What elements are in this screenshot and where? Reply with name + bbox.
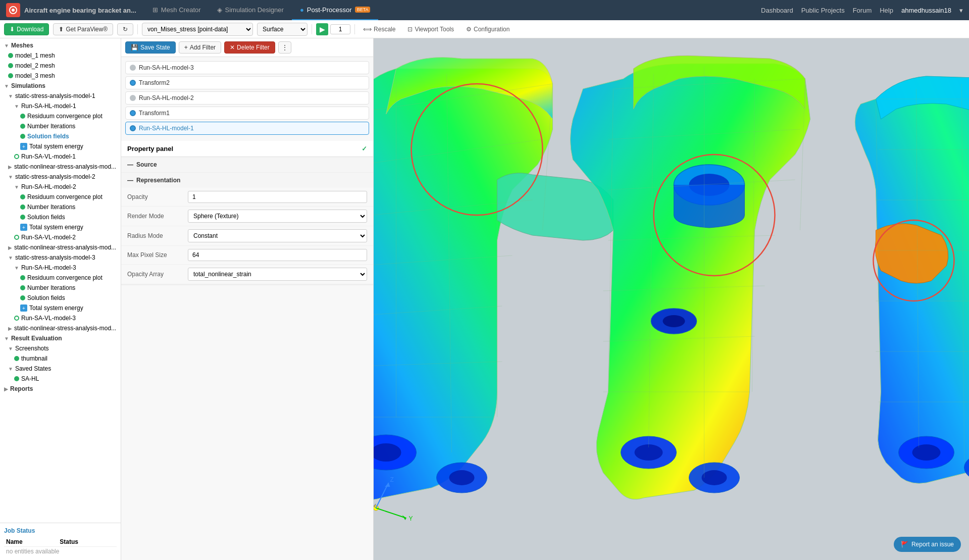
save-state-icon: 💾 (131, 44, 138, 51)
sidebar-item-run-sa-vl-2[interactable]: Run-SA-VL-model-2 (0, 232, 121, 242)
meshes-section[interactable]: ▼ Meshes (0, 40, 121, 50)
plus-dot: + (20, 224, 27, 231)
viewport-tools-button[interactable]: ⊡ Viewport Tools (403, 24, 458, 35)
main-toolbar: ⬇ Download ⬆ Get ParaView® ↻ von_Mises_s… (0, 20, 969, 38)
sidebar-item-saved-states[interactable]: ▼ Saved States (0, 364, 121, 374)
add-filter-button[interactable]: + Add Filter (179, 41, 221, 54)
rescale-button[interactable]: ⟺ Rescale (359, 24, 399, 35)
sidebar-item-run-sa-vl-3[interactable]: Run-SA-VL-model-3 (0, 313, 121, 323)
pipeline-dot (130, 65, 136, 71)
sidebar-item-sa-hl[interactable]: SA-HL (0, 374, 121, 384)
representation-selector[interactable]: Surface (257, 23, 308, 36)
save-state-button[interactable]: 💾 Save State (125, 41, 176, 54)
status-dot (8, 63, 13, 68)
tab-simulation-designer[interactable]: ◈ Simulation Designer (209, 0, 292, 20)
field-selector[interactable]: von_Mises_stress [point-data] (142, 23, 253, 36)
plus-dot: + (20, 143, 27, 150)
max-pixel-size-input[interactable] (188, 249, 367, 261)
property-panel-title: Property panel (127, 145, 173, 152)
sidebar-item-num-iter-1[interactable]: Number Iterations (0, 121, 121, 131)
sidebar-item-model1-mesh[interactable]: model_1 mesh (0, 50, 121, 61)
playback-controls: ▶ (316, 23, 350, 35)
ssa2-chevron: ▼ (8, 174, 13, 180)
get-paraview-button[interactable]: ⬆ Get ParaView® (53, 23, 113, 35)
svg-point-6 (449, 470, 475, 485)
pipeline-item-transform2[interactable]: Transform2 (125, 76, 369, 89)
separator-3 (354, 24, 355, 34)
sidebar-item-screenshots[interactable]: ▼ Screenshots (0, 343, 121, 353)
frame-input[interactable] (330, 24, 350, 34)
status-dot (20, 205, 25, 210)
representation-section-header[interactable]: — Representation (121, 173, 373, 188)
report-icon: 🚩 (901, 541, 908, 548)
pipeline-dot (130, 80, 136, 86)
refresh-button[interactable]: ↻ (117, 23, 133, 35)
add-filter-icon: + (184, 44, 188, 51)
sidebar-item-num-iter-2[interactable]: Number Iterations (0, 202, 121, 212)
sidebar-item-ssa-model-3[interactable]: ▼ static-stress-analysis-model-3 (0, 252, 121, 263)
download-button[interactable]: ⬇ Download (4, 23, 49, 35)
pipeline-item-run-sa-hl-3[interactable]: Run-SA-HL-model-3 (125, 61, 369, 74)
sidebar-item-ssa-model-2[interactable]: ▼ static-stress-analysis-model-2 (0, 172, 121, 182)
pipeline-dot (130, 95, 136, 101)
sidebar-item-total-energy-2[interactable]: + Total system energy (0, 222, 121, 232)
nav-public-projects[interactable]: Public Projects (801, 7, 845, 14)
status-dot (20, 285, 25, 290)
sidebar-item-snsa-mod-1[interactable]: ▶ static-nonlinear-stress-analysis-mod..… (0, 162, 121, 172)
tab-post-processor[interactable]: ● Post-Processor BETA (292, 0, 379, 20)
sidebar-item-snsa-mod-2[interactable]: ▶ static-nonlinear-stress-analysis-mod..… (0, 242, 121, 252)
report-issue-button[interactable]: 🚩 Report an issue (894, 537, 961, 552)
nav-help[interactable]: Help (880, 7, 893, 14)
pipeline-list: Run-SA-HL-model-3 Transform2 Run-SA-HL-m… (121, 57, 373, 141)
opacity-array-select[interactable]: total_nonlinear_strain (188, 268, 367, 281)
status-dot (14, 376, 19, 381)
nav-user-chevron: ▾ (959, 7, 963, 14)
get-paraview-icon: ⬆ (59, 26, 64, 33)
sidebar-item-run-sa-hl-3[interactable]: ▼ Run-SA-HL-model-3 (0, 263, 121, 273)
radius-mode-select[interactable]: Constant (188, 229, 367, 242)
simulations-section[interactable]: ▼ Simulations (0, 81, 121, 91)
sidebar-item-solution-fields-3[interactable]: Solution fields (0, 293, 121, 303)
nav-user[interactable]: ahmedhussain18 (901, 7, 951, 14)
tab-mesh-creator[interactable]: ⊞ Mesh Creator (144, 0, 209, 20)
svg-text:Y: Y (409, 515, 413, 522)
source-section-header[interactable]: — Source (121, 157, 373, 172)
render-mode-select[interactable]: Sphere (Texture) (188, 210, 367, 223)
sidebar-item-ssa-model-1[interactable]: ▼ static-stress-analysis-model-1 (0, 91, 121, 101)
sidebar-item-residuum-3[interactable]: Residuum convergence plot (0, 273, 121, 283)
sidebar-item-total-energy-3[interactable]: + Total system energy (0, 303, 121, 313)
reports-section[interactable]: ▶ Reports (0, 384, 121, 394)
viewport-tools-icon: ⊡ (407, 26, 413, 33)
opacity-input[interactable] (188, 191, 367, 203)
configuration-button[interactable]: ⚙ Configuration (462, 24, 514, 35)
sidebar-item-residuum-1[interactable]: Residuum convergence plot (0, 111, 121, 121)
pipeline-dot (130, 125, 136, 131)
sidebar-item-model3-mesh[interactable]: model_3 mesh (0, 71, 121, 81)
result-eval-section[interactable]: ▼ Result Evaluation (0, 333, 121, 343)
sidebar-item-solution-fields-2[interactable]: Solution fields (0, 212, 121, 222)
source-label: Source (136, 161, 157, 168)
sidebar-item-solution-fields-1[interactable]: Solution fields (0, 131, 121, 141)
sidebar-item-residuum-2[interactable]: Residuum convergence plot (0, 192, 121, 202)
job-empty-row: no entities available (4, 547, 117, 556)
sidebar-item-model2-mesh[interactable]: model_2 mesh (0, 61, 121, 71)
nav-dashboard[interactable]: Dashboard (761, 7, 793, 14)
sidebar-item-snsa-mod-3[interactable]: ▶ static-nonlinear-stress-analysis-mod..… (0, 323, 121, 333)
delete-filter-label: Delete Filter (237, 44, 270, 51)
pipeline-item-run-sa-hl-2[interactable]: Run-SA-HL-model-2 (125, 91, 369, 105)
sidebar-item-run-sa-hl-2[interactable]: ▼ Run-SA-HL-model-2 (0, 182, 121, 192)
play-button[interactable]: ▶ (316, 23, 328, 35)
sidebar-item-thumbnail[interactable]: thumbnail (0, 353, 121, 364)
delete-filter-button[interactable]: ✕ Delete Filter (224, 41, 275, 54)
download-icon: ⬇ (10, 26, 15, 33)
pipeline-item-run-sa-hl-1[interactable]: Run-SA-HL-model-1 (125, 122, 369, 135)
sidebar-item-run-sa-vl-1[interactable]: Run-SA-VL-model-1 (0, 151, 121, 162)
sidebar-item-num-iter-3[interactable]: Number Iterations (0, 283, 121, 293)
nav-forum[interactable]: Forum (853, 7, 872, 14)
pipeline-extra-button[interactable]: ⋮ (278, 41, 291, 54)
tab-post-label: Post-Processor (307, 6, 352, 14)
viewport[interactable]: Y Z von_Mises_stress (Pa) (374, 38, 969, 560)
pipeline-item-transform1[interactable]: Transform1 (125, 107, 369, 120)
sidebar-item-run-sa-hl-1[interactable]: ▼ Run-SA-HL-model-1 (0, 101, 121, 111)
sidebar-item-total-energy-1[interactable]: + Total system energy (0, 141, 121, 151)
